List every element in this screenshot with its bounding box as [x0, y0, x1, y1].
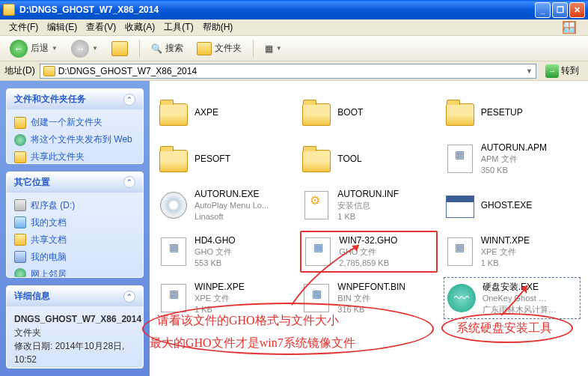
file-type: OneKey Ghost … [483, 293, 557, 304]
collapse-icon: ⌃ [123, 291, 135, 303]
up-button[interactable] [106, 38, 133, 59]
computer-icon [14, 251, 26, 263]
file-size: 1 KB [481, 258, 530, 269]
menu-view[interactable]: 查看(V) [82, 19, 120, 35]
address-label: 地址(D) [4, 64, 35, 77]
minimize-button[interactable]: _ [535, 2, 551, 18]
details-name: DNGS_GHOST_W7_X86_2014 [14, 314, 141, 324]
details-panel-header[interactable]: 详细信息 ⌃ [7, 286, 143, 306]
file-item[interactable]: WNPEFONT.BINBIN 文件316 KB [300, 277, 437, 319]
toolbar: ← 后退 ▼ → ▼ 🔍 搜索 文件夹 ▦ ▼ [0, 36, 588, 61]
file-item[interactable]: WIN7-32.GHOGHO 文件2,785,859 KB [300, 231, 437, 273]
place-my-computer[interactable]: 我的电脑 [14, 249, 135, 266]
menu-favorites[interactable]: 收藏(A) [120, 19, 159, 35]
file-size: 316 KB [337, 304, 405, 315]
folder-icon [445, 97, 475, 127]
gho-icon [301, 283, 331, 313]
menu-file[interactable]: 文件(F) [4, 19, 43, 35]
gho-icon [445, 237, 475, 267]
file-size: Linasoft [195, 211, 269, 222]
forward-button[interactable]: → ▼ [66, 37, 103, 61]
file-size: 广东雨林木风计算… [483, 304, 557, 315]
file-name: WINNT.XPE [481, 234, 530, 246]
details-type: 文件夹 [14, 327, 41, 338]
places-panel-header[interactable]: 其它位置 ⌃ [7, 172, 143, 192]
file-type: AutoPlay Menu Lo... [195, 200, 269, 211]
file-item[interactable]: AUTORUN.APMAPM 文件350 KB [444, 138, 581, 180]
file-item[interactable]: BOOT [300, 91, 437, 133]
folder-icon [159, 144, 189, 174]
address-input[interactable]: D:\DNGS_GHOST_W7_X86_2014 ▼ [40, 64, 536, 79]
collapse-icon: ⌃ [123, 176, 135, 188]
file-name: AUTORUN.EXE [195, 188, 269, 200]
chevron-down-icon: ▼ [52, 45, 58, 52]
search-button[interactable]: 🔍 搜索 [146, 39, 189, 58]
titlebar: D:\DNGS_GHOST_W7_X86_2014 _ ❐ ✕ [0, 0, 588, 19]
globe-icon [14, 134, 26, 146]
share-icon [14, 151, 26, 163]
folder-icon [301, 97, 331, 127]
place-my-documents[interactable]: 我的文档 [14, 214, 135, 231]
gho-icon [303, 237, 333, 267]
maximize-button[interactable]: ❐ [552, 2, 568, 18]
file-type: BIN 文件 [337, 293, 405, 304]
menubar: 文件(F) 编辑(E) 查看(V) 收藏(A) 工具(T) 帮助(H) 🪟 [0, 19, 588, 36]
file-item[interactable]: AUTORUN.EXEAutoPlay Menu Lo...Linasoft [157, 184, 294, 226]
file-size: 1 KB [195, 304, 245, 315]
file-name: WIN7-32.GHO [339, 234, 397, 246]
place-shared-documents[interactable]: 共享文档 [14, 231, 135, 249]
file-item[interactable]: 硬盘安装.EXEOneKey Ghost …广东雨林木风计算… [444, 277, 581, 319]
file-type: XPE 文件 [481, 246, 530, 258]
inf-icon [301, 190, 331, 220]
chevron-down-icon[interactable]: ▼ [526, 67, 533, 75]
separator [253, 40, 254, 58]
documents-icon [14, 216, 26, 228]
file-name: AXPE [195, 106, 218, 118]
back-button[interactable]: ← 后退 ▼ [4, 37, 63, 61]
folder-icon [159, 97, 189, 127]
file-item[interactable]: GHOST.EXE [444, 184, 581, 226]
file-item[interactable]: PESETUP [444, 91, 581, 133]
folders-icon [197, 42, 212, 55]
collapse-icon: ⌃ [123, 94, 135, 106]
file-name: BOOT [337, 106, 363, 118]
folders-button[interactable]: 文件夹 [192, 39, 247, 58]
views-button[interactable]: ▦ ▼ [260, 40, 287, 57]
file-item[interactable]: AXPE [157, 91, 294, 133]
file-item[interactable]: WINNT.XPEXPE 文件1 KB [444, 231, 581, 273]
tasks-panel-header[interactable]: 文件和文件夹任务 ⌃ [7, 89, 143, 109]
close-button[interactable]: ✕ [569, 2, 585, 18]
tasks-panel: 文件和文件夹任务 ⌃ 创建一个新文件夹 将这个文件夹发布到 Web 共享此文件夹 [6, 88, 144, 164]
task-new-folder[interactable]: 创建一个新文件夹 [14, 114, 135, 131]
file-type: APM 文件 [481, 154, 547, 165]
file-name: AUTORUN.INF [337, 188, 399, 200]
file-item[interactable]: AUTORUN.INF安装信息1 KB [300, 184, 437, 226]
task-publish-web[interactable]: 将这个文件夹发布到 Web [14, 131, 135, 148]
forward-icon: → [71, 40, 89, 58]
file-item[interactable]: TOOL [300, 138, 437, 180]
drive-icon [14, 199, 26, 211]
place-network[interactable]: 网上邻居 [14, 266, 135, 279]
menu-help[interactable]: 帮助(H) [198, 19, 238, 35]
cd-icon [159, 190, 189, 220]
address-bar: 地址(D) D:\DNGS_GHOST_W7_X86_2014 ▼ → 转到 [0, 61, 588, 81]
file-item[interactable]: PESOFT [157, 138, 294, 180]
gho-icon [159, 237, 189, 267]
menu-tools[interactable]: 工具(T) [159, 19, 197, 35]
chevron-down-icon: ▼ [276, 45, 282, 52]
file-type: 安装信息 [337, 200, 399, 211]
menu-edit[interactable]: 编辑(E) [43, 19, 82, 35]
win-icon [445, 190, 475, 220]
file-name: HD4.GHO [195, 234, 236, 246]
file-item[interactable]: WINPE.XPEXPE 文件1 KB [157, 277, 294, 319]
search-icon: 🔍 [151, 43, 162, 54]
file-type: GHO 文件 [339, 246, 397, 258]
file-size: 1 KB [337, 211, 399, 222]
task-share-folder[interactable]: 共享此文件夹 [14, 148, 135, 164]
place-drive-d[interactable]: 程序盘 (D:) [14, 197, 135, 214]
views-icon: ▦ [265, 43, 273, 54]
file-item[interactable]: HD4.GHOGHO 文件553 KB [157, 231, 294, 273]
file-list[interactable]: AXPEBOOTPESETUPPESOFTTOOLAUTORUN.APMAPM … [150, 81, 588, 376]
gho-icon [159, 283, 189, 313]
go-button[interactable]: → 转到 [541, 63, 584, 79]
